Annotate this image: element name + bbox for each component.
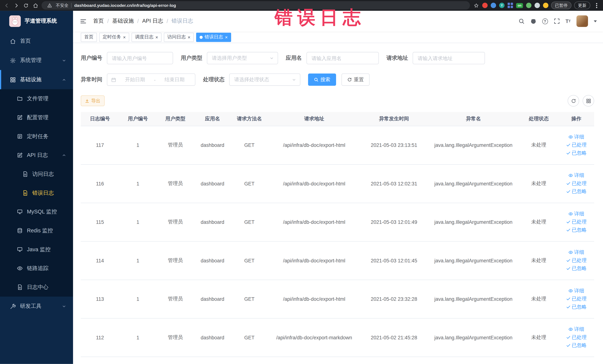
browser-forward-button[interactable] [13, 2, 20, 9]
request-url-input[interactable] [413, 52, 485, 64]
ignored-link[interactable]: 已忽略 [566, 265, 587, 272]
sidebar-item-scheduled-tasks[interactable]: 定时任务 [0, 127, 73, 146]
close-icon[interactable]: × [155, 35, 158, 39]
detail-link[interactable]: 详细 [568, 249, 584, 256]
process-status-select[interactable]: 请选择处理状态 [229, 73, 300, 86]
user-id-input[interactable] [107, 52, 173, 64]
user-avatar[interactable] [577, 15, 588, 27]
sidebar-item-infrastructure[interactable]: 基础设施 [0, 70, 73, 89]
tab-schedule-logs[interactable]: 调度日志 × [132, 33, 162, 42]
header-search-icon[interactable] [518, 18, 524, 24]
avatar-caret-down-icon[interactable] [594, 20, 597, 22]
refresh-table-button[interactable] [568, 95, 579, 106]
breadcrumb-api-logs[interactable]: API 日志 [142, 18, 163, 24]
ignored-link[interactable]: 已忽略 [566, 342, 587, 349]
time-cell: 2021-05-03 12:02:31 [360, 164, 428, 203]
sidebar-item-file-management[interactable]: 文件管理 [0, 89, 73, 108]
sidebar-item-dev-tools[interactable]: 研发工具 [0, 297, 73, 316]
processed-link[interactable]: 已处理 [566, 218, 587, 225]
processed-link[interactable]: 已处理 [566, 180, 587, 187]
browser-menu-icon[interactable] [593, 2, 600, 9]
actions-cell: 详细 已处理 已忽略 [558, 280, 594, 318]
export-button[interactable]: 导出 [81, 95, 105, 106]
toolbar-right [564, 95, 594, 106]
close-icon[interactable]: × [188, 35, 190, 39]
tab-label: 定时任务 [103, 34, 121, 40]
tab-access-logs[interactable]: 访问日志 × [164, 33, 194, 42]
extension-icon-smiley[interactable] [543, 3, 548, 8]
sidebar-item-home[interactable]: 首页 [0, 32, 73, 51]
tab-scheduled-tasks[interactable]: 定时任务 × [99, 33, 129, 42]
sidebar-item-api-logs[interactable]: API 日志 [0, 146, 73, 165]
sidebar-item-link-tracing[interactable]: 链路追踪 [0, 259, 73, 278]
extension-icon-leaf[interactable] [526, 3, 532, 8]
sidebar-item-label: 错误日志 [32, 189, 54, 196]
sidebar-item-redis-monitor[interactable]: Redis 监控 [0, 221, 73, 240]
address-bar[interactable]: 不安全 dashboard.yudao.iocoder.cn/infra/log… [42, 1, 470, 10]
detail-link[interactable]: 详细 [568, 287, 584, 294]
ignored-link[interactable]: 已忽略 [566, 304, 587, 310]
tab-label: 错误日志 [205, 34, 223, 40]
column-header-log-id: 日志编号 [81, 112, 119, 126]
sidebar-item-label: 首页 [20, 38, 31, 45]
processed-link[interactable]: 已处理 [566, 257, 587, 264]
sidebar-toggle-icon[interactable] [79, 17, 87, 25]
sidebar-item-system-management[interactable]: 系统管理 [0, 51, 73, 70]
user-type-select[interactable]: 请选择用户类型 [207, 52, 278, 64]
sidebar-item-mysql-monitor[interactable]: MySQL 监控 [0, 202, 73, 221]
ignored-link[interactable]: 已忽略 [566, 150, 587, 156]
detail-link[interactable]: 详细 [568, 211, 584, 217]
processed-link[interactable]: 已处理 [566, 295, 587, 302]
extension-icon-paw[interactable] [534, 3, 540, 8]
detail-link[interactable]: 详细 [568, 326, 584, 333]
browser-back-button[interactable] [3, 2, 10, 9]
extension-icon-on-badge[interactable]: on [516, 3, 523, 8]
sidebar-item-java-monitor[interactable]: Java 监控 [0, 240, 73, 259]
processed-link[interactable]: 已处理 [566, 334, 587, 341]
detail-link[interactable]: 详细 [568, 172, 584, 179]
app-name-cell: dashboard [194, 164, 231, 203]
breadcrumb-home[interactable]: 首页 [93, 18, 104, 24]
tab-home[interactable]: 首页 [81, 33, 97, 42]
detail-link-label: 详细 [574, 287, 584, 294]
extension-icon-grid[interactable] [508, 3, 513, 8]
browser-update-button[interactable]: 更新 [574, 1, 590, 9]
sidebar-item-error-logs[interactable]: 错误日志 [0, 184, 73, 202]
extension-icon-blue-drop[interactable] [491, 3, 496, 8]
browser-reload-button[interactable] [22, 2, 29, 9]
check-icon [566, 305, 570, 309]
tab-error-logs[interactable]: 错误日志 × [196, 33, 231, 42]
detail-link[interactable]: 详细 [568, 133, 584, 140]
processed-link[interactable]: 已处理 [566, 141, 587, 148]
bookmark-star-icon[interactable] [473, 2, 480, 9]
detail-link-label: 详细 [574, 249, 584, 256]
sidebar-item-label: 系统管理 [20, 57, 42, 64]
app-name-input[interactable] [306, 52, 379, 64]
paused-button[interactable]: 已暂停 [551, 1, 571, 9]
sidebar-item-config-management[interactable]: 配置管理 [0, 108, 73, 127]
time-cell: 2021-05-02 23:32:28 [360, 280, 428, 318]
browser-home-button[interactable] [32, 2, 39, 9]
ignored-link[interactable]: 已忽略 [566, 227, 587, 234]
exception-time-range-picker[interactable]: 开始日期 - 结束日期 [107, 73, 195, 86]
columns-grid-icon [586, 98, 591, 103]
sidebar-item-access-logs[interactable]: 访问日志 [0, 165, 73, 184]
fullscreen-icon[interactable] [554, 18, 560, 24]
sidebar-item-log-center[interactable]: 日志中心 [0, 278, 73, 297]
ignored-link[interactable]: 已忽略 [566, 188, 587, 195]
close-icon[interactable]: × [123, 35, 126, 39]
document-icon [22, 190, 28, 196]
close-icon[interactable]: × [225, 35, 228, 39]
help-icon[interactable]: ? [542, 18, 548, 24]
log-id-cell: 114 [81, 241, 119, 280]
refresh-icon [347, 77, 352, 82]
reset-button[interactable]: 重置 [341, 73, 370, 86]
extension-icon-red[interactable] [482, 3, 488, 8]
extension-icon-y[interactable]: Y [499, 3, 505, 8]
check-icon [566, 181, 570, 186]
breadcrumb-infrastructure[interactable]: 基础设施 [112, 18, 134, 24]
column-settings-button[interactable] [583, 95, 594, 106]
github-icon[interactable] [530, 18, 536, 24]
search-button[interactable]: 搜索 [308, 73, 336, 86]
font-size-icon[interactable]: TT [566, 19, 571, 24]
